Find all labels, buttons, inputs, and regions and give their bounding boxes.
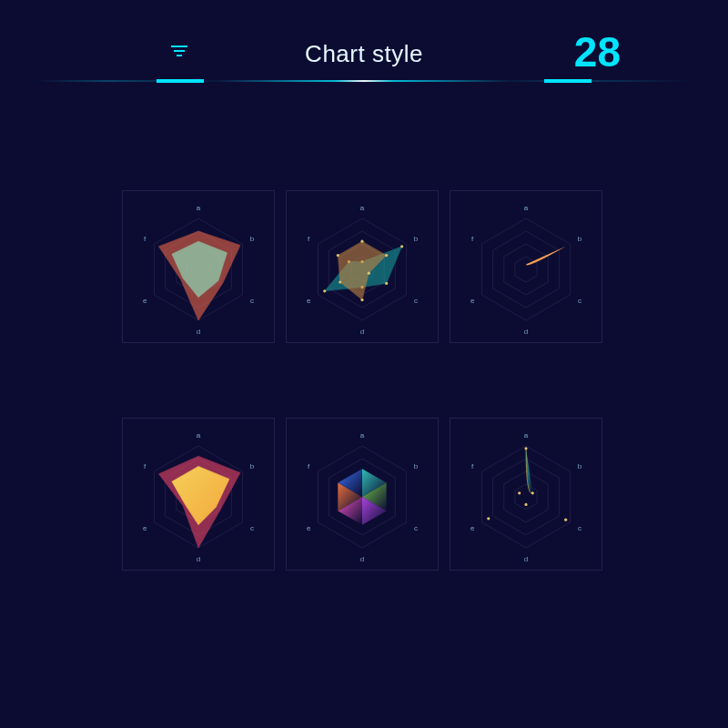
svg-point-85 [531,491,534,494]
svg-text:e: e [143,297,147,305]
svg-point-34 [339,280,341,283]
svg-text:e: e [307,524,311,532]
svg-text:f: f [144,235,147,243]
svg-text:b: b [578,462,582,470]
svg-text:f: f [471,462,474,470]
radar-chart-4[interactable]: abcdef [123,419,274,570]
radar-chart-1[interactable]: abcdef [123,191,274,342]
svg-text:a: a [524,204,529,212]
svg-point-24 [400,245,403,248]
svg-point-25 [385,282,388,285]
svg-text:f: f [308,462,310,470]
svg-text:f: f [144,462,147,470]
svg-text:b: b [250,462,255,470]
svg-text:a: a [197,204,201,212]
svg-marker-36 [515,257,537,282]
radar-chart-2[interactable]: abcdef [287,191,438,342]
accent-right [544,79,592,83]
svg-text:e: e [143,524,147,532]
style-count: 28 [574,27,621,76]
svg-marker-75 [504,471,548,522]
svg-marker-37 [504,244,548,295]
svg-point-86 [564,519,567,521]
svg-text:e: e [470,297,475,305]
svg-text:d: d [524,555,528,563]
svg-text:d: d [197,555,200,563]
divider [0,80,728,82]
svg-text:c: c [578,524,581,532]
svg-text:f: f [471,235,474,243]
svg-marker-38 [493,231,560,308]
svg-marker-39 [482,218,571,320]
radar-chart-5[interactable]: abcdef [287,419,438,570]
svg-text:c: c [414,524,418,532]
svg-point-30 [360,240,363,243]
svg-text:b: b [414,235,419,243]
accent-left [157,79,204,83]
svg-text:b: b [414,462,419,470]
chart-grid: abcdef abcdef abcdef abcdef abcdef abcde… [123,191,605,570]
svg-marker-76 [493,459,560,535]
svg-text:e: e [470,524,475,532]
svg-text:c: c [578,297,581,305]
svg-point-35 [337,254,339,257]
radar-chart-6[interactable]: abcdef [450,419,602,570]
svg-text:c: c [250,524,254,532]
svg-text:a: a [360,431,365,440]
svg-text:f: f [308,235,310,243]
svg-text:e: e [307,297,311,305]
svg-text:b: b [578,235,582,243]
svg-text:a: a [197,431,201,440]
svg-point-27 [323,289,326,292]
svg-point-31 [385,254,388,257]
radar-chart-3[interactable]: abcdef [450,191,602,342]
svg-point-87 [524,503,527,506]
svg-text:d: d [197,328,200,336]
svg-text:d: d [360,555,364,563]
svg-point-84 [524,447,527,450]
svg-text:a: a [524,431,529,440]
svg-text:c: c [250,297,254,305]
svg-text:a: a [360,204,365,212]
header: Chart style 28 [0,0,728,100]
svg-text:d: d [360,328,364,336]
svg-text:b: b [250,235,255,243]
svg-point-33 [360,298,363,301]
svg-text:c: c [414,297,418,305]
svg-point-32 [368,272,370,275]
svg-point-88 [487,517,490,520]
svg-point-89 [518,491,521,494]
svg-text:d: d [524,328,528,336]
